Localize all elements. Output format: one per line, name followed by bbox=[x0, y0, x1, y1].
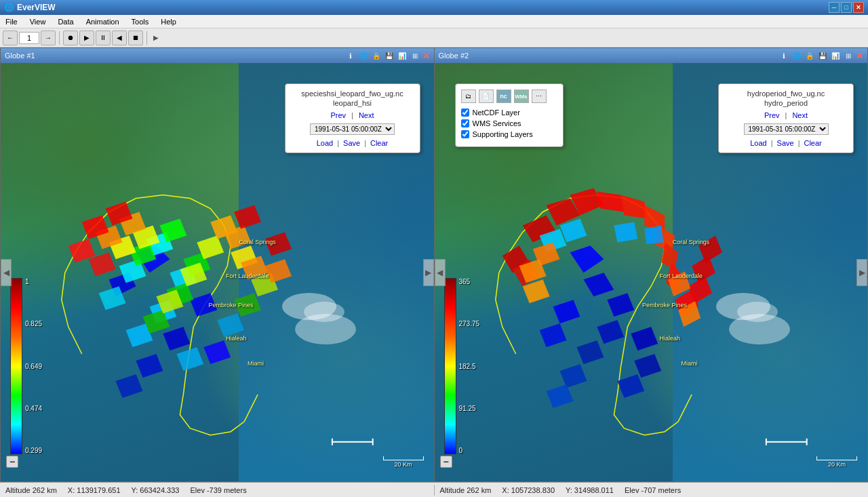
globe1-nav-left[interactable]: ◀ bbox=[1, 259, 12, 286]
globe2-layer-panel: 🗂 📄 nc WMs ⋯ NetCDF Layer WMS Services S… bbox=[455, 83, 564, 147]
globe2-wms-btn[interactable]: WMs bbox=[514, 90, 529, 103]
globe1-popup-clear[interactable]: Clear bbox=[370, 139, 388, 147]
globe2-legend-val5: 0 bbox=[459, 447, 480, 454]
globe1-info-icon[interactable]: ℹ bbox=[345, 50, 356, 61]
globe2-grid-icon[interactable]: ⊞ bbox=[843, 50, 854, 61]
globe2-popup-load[interactable]: Load bbox=[750, 139, 766, 147]
globe1-panel: Globe #1 ℹ 🌐 🔒 💾 📊 ⊞ ✕ bbox=[0, 47, 435, 482]
globe2-layer-header: 🗂 📄 nc WMs ⋯ bbox=[461, 90, 557, 103]
globe2-popup-save[interactable]: Save bbox=[777, 139, 794, 147]
globe1-lock-icon[interactable]: 🔒 bbox=[371, 50, 382, 61]
globe1-legend-val4: 0.474 bbox=[25, 405, 42, 412]
globe1-zoom-minus[interactable]: − bbox=[6, 456, 18, 468]
globe2-status-y: Y: 314988.011 bbox=[566, 486, 614, 494]
globe2-nav-left[interactable]: ◀ bbox=[435, 259, 446, 286]
globe2-legend-bar bbox=[444, 278, 456, 454]
toolbar-pause-btn[interactable]: ⏸ bbox=[96, 31, 111, 45]
globe1-map[interactable]: Coral Springs Fort Lauderdale Pembroke P… bbox=[1, 63, 434, 481]
toolbar-arrow[interactable]: ▶ bbox=[151, 34, 161, 41]
globe2-status-elev: Elev -707 meters bbox=[625, 486, 681, 494]
globe1-popup-prev[interactable]: Prev bbox=[330, 111, 346, 119]
globe2-map[interactable]: Coral Springs Fort Lauderdale Pembroke P… bbox=[435, 63, 868, 481]
globe2-legend-val4: 91.25 bbox=[459, 405, 480, 412]
globe2-popup-prev[interactable]: Prev bbox=[764, 111, 780, 119]
toolbar-record-btn[interactable]: ⏺ bbox=[63, 31, 78, 45]
main-content: Globe #1 ℹ 🌐 🔒 💾 📊 ⊞ ✕ bbox=[0, 47, 868, 482]
status-globe2: Altitude 262 km X: 1057238.830 Y: 314988… bbox=[435, 486, 869, 494]
menu-help[interactable]: Help bbox=[158, 16, 179, 27]
globe1-close-button[interactable]: ✕ bbox=[422, 51, 430, 61]
globe2-nav-right[interactable]: ▶ bbox=[856, 259, 867, 286]
globe2-wms-label: WMS Services bbox=[473, 119, 521, 127]
globe1-popup-filename: specieshsi_leopard_fwo_ug.nc bbox=[294, 90, 412, 98]
menu-animation[interactable]: Animation bbox=[83, 16, 122, 27]
globe2-panel: Globe #2 ℹ 🌐 🔒 💾 📊 ⊞ ✕ bbox=[435, 47, 869, 482]
globe2-popup-datetime: 1991-05-31 05:00:00Z bbox=[727, 123, 845, 135]
globe1-legend-labels: 1 0.825 0.649 0.474 0.299 bbox=[25, 278, 42, 454]
globe2-info-icon[interactable]: ℹ bbox=[778, 50, 789, 61]
globe2-chart-icon[interactable]: 📊 bbox=[830, 50, 841, 61]
globe1-scale-line bbox=[383, 456, 424, 460]
toolbar-btn-2[interactable]: → bbox=[41, 31, 56, 45]
menu-file[interactable]: File bbox=[3, 16, 20, 27]
globe2-nc-btn[interactable]: nc bbox=[496, 90, 511, 103]
globe1-datetime-select[interactable]: 1991-05-31 05:00:00Z bbox=[310, 123, 395, 135]
globe2-supporting-checkbox[interactable] bbox=[461, 130, 469, 138]
globe1-chart-icon[interactable]: 📊 bbox=[397, 50, 408, 61]
globe1-nav-right[interactable]: ▶ bbox=[423, 259, 434, 286]
globe1-status-x: X: 1139179.651 bbox=[68, 486, 121, 494]
maximize-button[interactable]: □ bbox=[841, 2, 852, 13]
status-bar: Altitude 262 km X: 1139179.651 Y: 663424… bbox=[0, 482, 868, 497]
toolbar-btn-1[interactable]: ← bbox=[3, 31, 18, 45]
close-button[interactable]: ✕ bbox=[853, 2, 864, 13]
globe1-title: Globe #1 bbox=[5, 52, 35, 60]
globe2-popup-layer: hydro_period bbox=[727, 99, 845, 107]
app-icon: 🌐 bbox=[4, 3, 14, 12]
toolbar-play-btn[interactable]: ▶ bbox=[79, 31, 94, 45]
globe2-layer-btn-1[interactable]: 🗂 bbox=[461, 90, 476, 103]
globe2-wms-layer: WMS Services bbox=[461, 119, 557, 127]
globe1-web-icon[interactable]: 🌐 bbox=[358, 50, 369, 61]
globe1-popup-actions: Load | Save | Clear bbox=[294, 139, 412, 147]
globe1-title-bar: Globe #1 ℹ 🌐 🔒 💾 📊 ⊞ ✕ bbox=[1, 48, 434, 63]
globe2-web-icon[interactable]: 🌐 bbox=[791, 50, 802, 61]
globe1-legend: leopard_hsi 1 0.825 0.649 0.474 0.299 bbox=[6, 277, 26, 454]
toolbar-sep-2 bbox=[146, 31, 147, 45]
globe1-popup-layer: leopard_hsi bbox=[294, 99, 412, 107]
globe1-popup-load[interactable]: Load bbox=[317, 139, 333, 147]
menu-view[interactable]: View bbox=[27, 16, 49, 27]
globe2-save-icon[interactable]: 💾 bbox=[817, 50, 828, 61]
globe1-status-elev: Elev -739 meters bbox=[190, 486, 246, 494]
globe2-lock-icon[interactable]: 🔒 bbox=[804, 50, 815, 61]
globe2-datetime-select[interactable]: 1991-05-31 05:00:00Z bbox=[744, 123, 829, 135]
globe1-legend-val2: 0.825 bbox=[25, 320, 42, 327]
globe2-title: Globe #2 bbox=[439, 52, 469, 60]
menu-bar: File View Data Animation Tools Help bbox=[0, 15, 868, 28]
globe2-wms-checkbox[interactable] bbox=[461, 119, 469, 127]
globe1-popup-save[interactable]: Save bbox=[343, 139, 360, 147]
globe2-status-alt: Altitude 262 km bbox=[440, 486, 492, 494]
globe2-popup-next[interactable]: Next bbox=[792, 111, 808, 119]
globe2-layer-btn-2[interactable]: 📄 bbox=[479, 90, 494, 103]
globe2-scale-bar: 20 Km bbox=[816, 456, 857, 468]
globe2-popup-actions: Load | Save | Clear bbox=[727, 139, 845, 147]
toolbar-stop-btn[interactable]: ◀ bbox=[112, 31, 127, 45]
globe1-grid-icon[interactable]: ⊞ bbox=[410, 50, 420, 61]
globe2-legend-val2: 273.75 bbox=[459, 320, 480, 327]
globe2-layer-btn-3[interactable]: ⋯ bbox=[532, 90, 547, 103]
globe1-popup-datetime: 1991-05-31 05:00:00Z bbox=[294, 123, 412, 135]
menu-tools[interactable]: Tools bbox=[129, 16, 152, 27]
globe1-save-icon[interactable]: 💾 bbox=[384, 50, 395, 61]
toolbar-counter[interactable] bbox=[19, 32, 39, 44]
globe2-cloud-3 bbox=[729, 314, 790, 344]
globe2-popup-clear[interactable]: Clear bbox=[804, 139, 821, 147]
globe1-status-y: Y: 663424.333 bbox=[132, 486, 180, 494]
toolbar-end-btn[interactable]: ⏹ bbox=[128, 31, 143, 45]
globe2-zoom-minus[interactable]: − bbox=[440, 456, 452, 468]
minimize-button[interactable]: ─ bbox=[829, 2, 840, 13]
menu-data[interactable]: Data bbox=[55, 16, 76, 27]
globe2-close-button[interactable]: ✕ bbox=[856, 51, 863, 61]
globe2-netcdf-checkbox[interactable] bbox=[461, 108, 469, 117]
globe2-legend-val3: 182.5 bbox=[459, 363, 480, 370]
globe1-popup-next[interactable]: Next bbox=[359, 111, 374, 119]
